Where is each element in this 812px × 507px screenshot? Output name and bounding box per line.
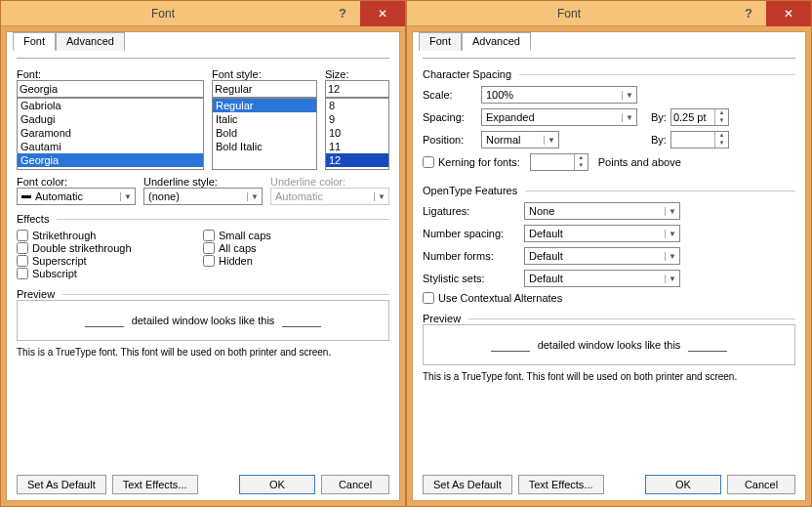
- kerning-checkbox[interactable]: Kerning for fonts:: [423, 156, 520, 168]
- position-label: Position:: [423, 134, 477, 146]
- effects-legend: Effects: [17, 213, 49, 225]
- by-label-1: By:: [651, 111, 667, 123]
- underline-style-dropdown[interactable]: (none)▼: [143, 188, 263, 205]
- font-input[interactable]: [17, 80, 204, 98]
- small-caps-checkbox[interactable]: Small caps: [203, 230, 389, 241]
- contextual-alternates-checkbox[interactable]: Use Contextual Alternates: [423, 292, 795, 304]
- font-style-input[interactable]: [212, 80, 317, 98]
- preview-text: detailed window looks like this: [538, 339, 681, 351]
- position-by-spinner[interactable]: ▲▼: [670, 131, 729, 148]
- char-spacing-legend: Character Spacing: [423, 68, 511, 80]
- preview-box: detailed window looks like this: [17, 300, 389, 341]
- ligatures-dropdown[interactable]: None▼: [524, 202, 680, 220]
- preview-legend: Preview: [423, 313, 461, 324]
- close-button[interactable]: ✕: [766, 1, 811, 26]
- font-color-dropdown[interactable]: Automatic▼: [17, 188, 136, 205]
- stylistic-sets-label: Stylistic sets:: [423, 273, 520, 284]
- opentype-legend: OpenType Features: [423, 185, 517, 196]
- font-dialog-advanced-tab: Font ? ✕ Font Advanced Character Spacing…: [406, 0, 812, 507]
- font-label: Font:: [17, 68, 204, 80]
- spacing-label: Spacing:: [423, 111, 477, 123]
- window-title: Font: [1, 7, 325, 21]
- font-style-label: Font style:: [212, 68, 317, 80]
- font-list[interactable]: Gabriola Gadugi Garamond Gautami Georgia: [17, 98, 204, 170]
- font-dialog-font-tab: Font ? ✕ Font Advanced Font: Gabriola Ga…: [0, 0, 406, 507]
- font-style-list[interactable]: Regular Italic Bold Bold Italic: [212, 98, 317, 170]
- titlebar: Font ? ✕: [1, 1, 405, 26]
- ok-button[interactable]: OK: [239, 475, 315, 494]
- preview-box: detailed window looks like this: [423, 324, 795, 365]
- underline-style-label: Underline style:: [143, 176, 263, 188]
- cancel-button[interactable]: Cancel: [727, 475, 795, 494]
- by-label-2: By:: [651, 134, 667, 146]
- tab-font[interactable]: Font: [419, 32, 462, 51]
- ok-button[interactable]: OK: [645, 475, 721, 494]
- close-button[interactable]: ✕: [360, 1, 405, 26]
- preview-note: This is a TrueType font. This font will …: [423, 371, 795, 382]
- titlebar: Font ? ✕: [407, 1, 811, 26]
- underline-color-dropdown: Automatic▼: [270, 188, 389, 205]
- preview-text: detailed window looks like this: [132, 315, 275, 326]
- size-label: Size:: [325, 68, 389, 80]
- spacing-by-spinner[interactable]: ▲▼: [670, 108, 729, 126]
- hidden-checkbox[interactable]: Hidden: [203, 255, 389, 267]
- all-caps-checkbox[interactable]: All caps: [203, 242, 389, 254]
- help-button[interactable]: ?: [731, 4, 766, 23]
- tab-advanced[interactable]: Advanced: [462, 32, 531, 51]
- font-color-label: Font color:: [17, 176, 136, 188]
- preview-legend: Preview: [17, 288, 55, 300]
- number-forms-label: Number forms:: [423, 250, 520, 262]
- color-swatch-icon: [21, 195, 31, 198]
- size-input[interactable]: [325, 80, 389, 98]
- double-strikethrough-checkbox[interactable]: Double strikethrough: [17, 242, 203, 254]
- strikethrough-checkbox[interactable]: Strikethrough: [17, 230, 203, 241]
- underline-color-label: Underline color:: [270, 176, 389, 188]
- help-button[interactable]: ?: [325, 4, 360, 23]
- window-title: Font: [407, 7, 731, 21]
- preview-note: This is a TrueType font. This font will …: [17, 347, 389, 358]
- number-forms-dropdown[interactable]: Default▼: [524, 247, 680, 265]
- tab-font[interactable]: Font: [13, 32, 56, 51]
- position-dropdown[interactable]: Normal▼: [481, 131, 559, 148]
- superscript-checkbox[interactable]: Superscript: [17, 255, 203, 267]
- kerning-spinner[interactable]: ▲▼: [530, 153, 589, 171]
- number-spacing-dropdown[interactable]: Default▼: [524, 225, 680, 242]
- number-spacing-label: Number spacing:: [423, 228, 520, 239]
- size-list[interactable]: 8 9 10 11 12: [325, 98, 389, 170]
- subscript-checkbox[interactable]: Subscript: [17, 268, 203, 279]
- set-default-button[interactable]: Set As Default: [17, 475, 106, 494]
- tab-advanced[interactable]: Advanced: [56, 32, 125, 51]
- scale-label: Scale:: [423, 89, 477, 101]
- text-effects-button[interactable]: Text Effects...: [518, 475, 604, 494]
- ligatures-label: Ligatures:: [423, 205, 520, 217]
- spacing-dropdown[interactable]: Expanded▼: [481, 108, 637, 126]
- scale-dropdown[interactable]: 100%▼: [481, 86, 637, 104]
- set-default-button[interactable]: Set As Default: [423, 475, 512, 494]
- kerning-suffix: Points and above: [598, 156, 681, 168]
- cancel-button[interactable]: Cancel: [321, 475, 389, 494]
- text-effects-button[interactable]: Text Effects...: [112, 475, 198, 494]
- stylistic-sets-dropdown[interactable]: Default▼: [524, 270, 680, 287]
